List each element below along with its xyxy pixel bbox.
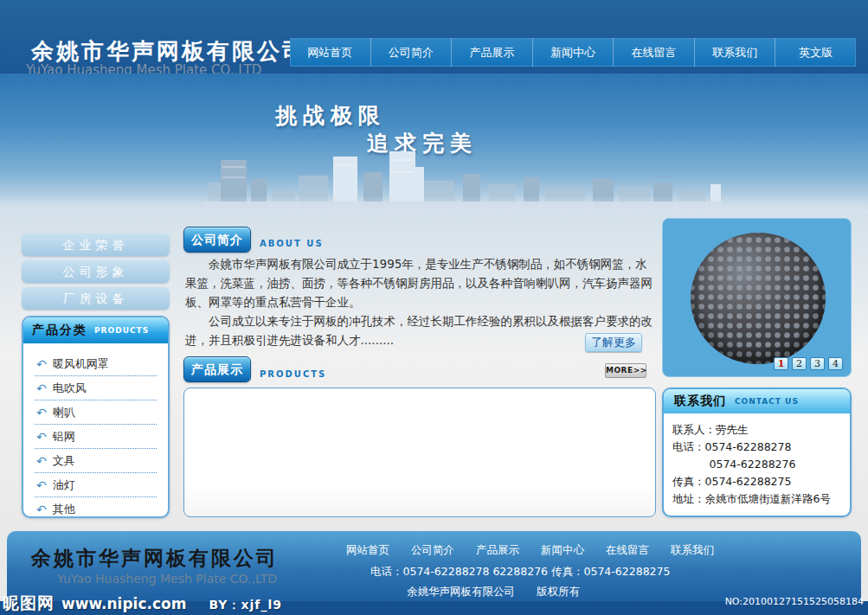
- footer-phone-line: 电话：0574-62288278 62288276 传真：0574-622882…: [370, 565, 670, 580]
- footer-company-name-en: YuYao Huasheng Mesh Plate CO.,LTD: [57, 572, 277, 586]
- category-label: 铝网: [53, 429, 75, 445]
- products-showcase-panel: [183, 388, 656, 517]
- page-button-1[interactable]: 1: [774, 357, 788, 370]
- product-category-header: 产品分类 PRODUCTS: [23, 317, 168, 343]
- product-category-title: 产品分类: [32, 323, 87, 338]
- footer-copyright: 余姚华声网板有限公司 版权所有: [407, 585, 580, 599]
- contact-address: 地址：余姚市低塘街道新洋路6号: [672, 490, 841, 508]
- footer-nav-contact[interactable]: 联系我们: [671, 543, 714, 558]
- arrow-icon: ↶: [36, 382, 47, 394]
- footer: 余姚市华声网板有限公司 YuYao Huasheng Mesh Plate CO…: [7, 531, 861, 601]
- nav-message[interactable]: 在线留言: [613, 38, 694, 67]
- contact-phone-1: 电话：0574-62288278: [672, 439, 841, 456]
- contact-phone-2: 0574-62288276: [672, 456, 841, 473]
- category-item[interactable]: ↶文具: [35, 449, 157, 473]
- banner-slogan-1: 挑战极限: [275, 101, 386, 130]
- nipic-logo: 昵图网: [3, 593, 55, 615]
- category-item[interactable]: ↶喇叭: [35, 400, 157, 425]
- watermark-author: BY：xjf_l9: [209, 598, 282, 613]
- category-label: 文具: [53, 453, 75, 469]
- arrow-icon: ↶: [36, 431, 47, 443]
- product-photo-box[interactable]: 1 2 3 4: [662, 218, 852, 377]
- header: 余姚市华声网板有限公司 YuYao Huasheng Mesh Plate CO…: [0, 0, 868, 74]
- contact-box: 联系我们 CONTACT US 联系人：劳先生 电话：0574-62288278…: [662, 388, 852, 517]
- arrow-icon: ↶: [36, 455, 47, 467]
- category-label: 暖风机网罩: [53, 356, 109, 372]
- page-button-3[interactable]: 3: [810, 357, 825, 370]
- contact-person: 联系人：劳先生: [672, 421, 841, 439]
- watermark: 昵图网 www.nipic.com BY：xjf_l9: [3, 593, 282, 615]
- product-category-box: 产品分类 PRODUCTS ↶暖风机网罩 ↶电吹风 ↶喇叭 ↶铝网 ↶文具 ↶油…: [22, 316, 170, 518]
- category-item[interactable]: ↶暖风机网罩: [35, 352, 157, 376]
- arrow-icon: ↶: [36, 479, 47, 491]
- footer-nav-message[interactable]: 在线留言: [606, 543, 649, 558]
- nav-english[interactable]: 英文版: [775, 38, 856, 67]
- nav-products[interactable]: 产品展示: [451, 38, 532, 67]
- footer-nav-news[interactable]: 新闻中心: [541, 543, 584, 558]
- category-label: 油灯: [53, 477, 75, 493]
- products-more-button[interactable]: MORE>>: [605, 363, 646, 378]
- products-section-subtitle: PRODUCTS: [260, 369, 326, 379]
- watermark-site: www.nipic.com: [61, 595, 186, 612]
- about-paragraph-1: 余姚市华声网板有限公司成立于1995年，是专业生产不锈钢制品，如不锈钢网篮，水果…: [185, 254, 658, 311]
- contact-subtitle: CONTACT US: [735, 397, 799, 406]
- about-section-button[interactable]: 公司简介: [183, 227, 251, 253]
- page: 余姚市华声网板有限公司 YuYao Huasheng Mesh Plate CO…: [0, 0, 868, 615]
- learn-more-button[interactable]: 了解更多: [585, 333, 642, 352]
- category-label: 电吹风: [53, 381, 87, 396]
- products-section-button[interactable]: 产品展示: [183, 356, 251, 382]
- footer-nav-about[interactable]: 公司简介: [411, 543, 454, 558]
- footer-nav-products[interactable]: 产品展示: [476, 543, 519, 558]
- watermark-serial: NO:20100127151525058184: [725, 596, 864, 607]
- footer-nav-home[interactable]: 网站首页: [346, 543, 389, 558]
- banner: 挑战极限 追求完美: [0, 74, 868, 215]
- main-content: 企业荣誉 公司形象 厂房设备 产品分类 PRODUCTS ↶暖风机网罩 ↶电吹风…: [0, 215, 868, 531]
- footer-nav: 网站首页 公司简介 产品展示 新闻中心 在线留言 联系我们: [346, 543, 714, 558]
- sidebar-item-image[interactable]: 公司形象: [22, 260, 170, 283]
- nav-contact[interactable]: 联系我们: [694, 38, 775, 67]
- category-label: 其他: [53, 502, 75, 517]
- product-category-list: ↶暖风机网罩 ↶电吹风 ↶喇叭 ↶铝网 ↶文具 ↶油灯 ↶其他: [23, 343, 168, 518]
- contact-header: 联系我们 CONTACT US: [664, 389, 850, 413]
- banner-fade: [0, 195, 868, 215]
- contact-details: 联系人：劳先生 电话：0574-62288278 0574-62288276 传…: [664, 413, 850, 516]
- category-item[interactable]: ↶其他: [35, 497, 157, 518]
- gallery-pagination: 1 2 3 4: [774, 357, 843, 370]
- category-item[interactable]: ↶油灯: [35, 473, 157, 497]
- product-category-subtitle: PRODUCTS: [94, 326, 149, 335]
- main-nav: 网站首页 公司简介 产品展示 新闻中心 在线留言 联系我们 英文版: [290, 38, 856, 67]
- contact-fax: 传真：0574-62288275: [672, 473, 841, 490]
- category-item[interactable]: ↶电吹风: [35, 376, 157, 400]
- sidebar-item-facility[interactable]: 厂房设备: [22, 287, 170, 310]
- nav-home[interactable]: 网站首页: [290, 38, 370, 67]
- arrow-icon: ↶: [36, 358, 47, 370]
- category-label: 喇叭: [53, 405, 75, 420]
- page-button-2[interactable]: 2: [792, 357, 807, 370]
- page-button-4[interactable]: 4: [828, 357, 843, 370]
- category-item[interactable]: ↶铝网: [35, 425, 157, 449]
- about-section-subtitle: ABOUT US: [260, 239, 324, 248]
- nav-news[interactable]: 新闻中心: [532, 38, 614, 67]
- arrow-icon: ↶: [36, 503, 47, 516]
- contact-title: 联系我们: [674, 394, 726, 409]
- sidebar-item-honors[interactable]: 企业荣誉: [22, 234, 170, 256]
- nav-about[interactable]: 公司简介: [370, 38, 452, 67]
- arrow-icon: ↶: [36, 407, 47, 419]
- mesh-dome-product-image: [687, 226, 829, 368]
- footer-company-name: 余姚市华声网板有限公司: [31, 545, 279, 572]
